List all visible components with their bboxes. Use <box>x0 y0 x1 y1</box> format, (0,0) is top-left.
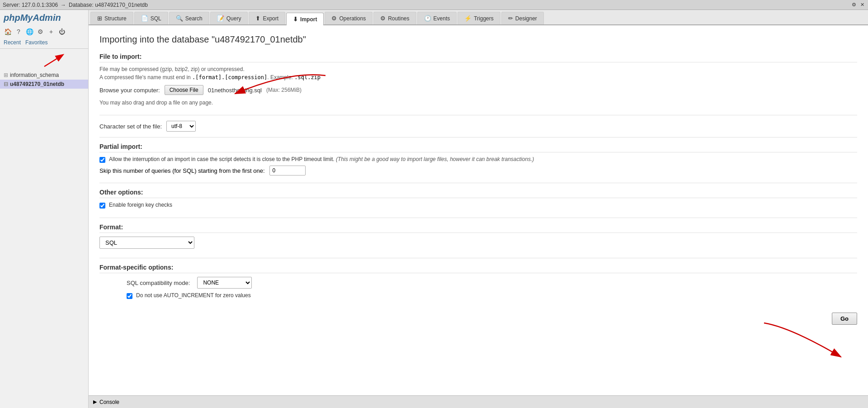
settings-icon[interactable]: ⚙ <box>851 2 857 8</box>
partial-import-section: Partial import: Allow the interruption o… <box>99 143 857 176</box>
skip-label: Skip this number of queries (for SQL) st… <box>99 167 265 174</box>
charset-select[interactable]: utf-8 latin1 utf-16 ascii <box>166 121 196 132</box>
events-icon: 🕐 <box>424 15 431 22</box>
foreign-key-checkbox[interactable] <box>99 203 105 209</box>
close-icon[interactable]: ✕ <box>859 2 865 8</box>
home-icon[interactable]: 🏠 <box>4 28 12 36</box>
plus-icon[interactable]: + <box>47 28 55 36</box>
charset-row: Character set of the file: utf-8 latin1 … <box>99 121 857 132</box>
sql-icon: 📄 <box>141 15 148 22</box>
max-file-size: (Max: 256MiB) <box>266 87 302 93</box>
main-layout: phpMyAdmin 🏠 ? 🌐 ⚙ + ⏻ Recent Favorites <box>0 10 868 408</box>
foreign-key-label: Enable foreign key checks <box>109 202 172 208</box>
console-bar: ▶ Console <box>89 395 868 408</box>
tab-search[interactable]: 🔍 Search <box>169 12 209 24</box>
console-label[interactable]: Console <box>99 399 119 405</box>
db-name: information_schema <box>10 72 59 78</box>
sql-compat-select[interactable]: NONE ANSI DB2 MAXDB MYSQL323 MYSQL40 MSS… <box>197 277 252 289</box>
sql-compat-row: SQL compatibility mode: NONE ANSI DB2 MA… <box>127 277 857 289</box>
other-options-heading: Other options: <box>99 189 857 198</box>
sidebar-arrow-indicator <box>0 49 88 69</box>
tab-sql[interactable]: 📄 SQL <box>134 12 168 24</box>
triggers-icon: ⚡ <box>464 15 472 22</box>
tab-designer[interactable]: ✏ Designer <box>501 12 544 24</box>
top-bar: Server: 127.0.0.1:3306 → Database: u4874… <box>0 0 868 10</box>
go-button-row: Go <box>99 308 857 329</box>
search-icon: 🔍 <box>176 15 183 22</box>
import-icon: ⬇ <box>293 16 298 23</box>
auto-increment-label: Do not use AUTO_INCREMENT for zero value… <box>136 292 251 299</box>
gear-icon[interactable]: ⚙ <box>36 28 44 36</box>
export-icon: ⬆ <box>255 15 260 22</box>
partial-import-italic: (This might be a good way to import larg… <box>336 156 534 162</box>
console-icon: ▶ <box>93 399 97 405</box>
query-icon: 📝 <box>217 15 224 22</box>
sidebar-actions: 🏠 ? 🌐 ⚙ + ⏻ <box>0 26 88 38</box>
format-section: Format: SQL CSV CSV using LOAD DATA Medi… <box>99 223 857 249</box>
app-logo: phpMyAdmin <box>0 10 88 26</box>
file-desc-suffix: . Example: <box>267 74 294 81</box>
tab-structure[interactable]: ⊞ Structure <box>90 12 133 24</box>
file-desc-code: .[format].[compression] <box>192 74 267 81</box>
file-desc-prefix: A compressed file's name must end in <box>99 74 192 81</box>
foreign-key-checkbox-row: Enable foreign key checks <box>99 202 857 209</box>
tab-operations[interactable]: ⚙ Operations <box>325 12 373 24</box>
db-expand-icon: ⊞ <box>4 72 8 78</box>
charset-label: Character set of the file: <box>99 123 162 130</box>
page-title: Importing into the database "u487492170_… <box>99 34 857 45</box>
file-desc-example: .sql.zip <box>294 74 321 81</box>
page-content: Importing into the database "u487492170_… <box>89 25 868 395</box>
content-area: ⊞ Structure 📄 SQL 🔍 Search 📝 Query ⬆ Exp… <box>89 10 868 408</box>
favorites-link[interactable]: Favorites <box>25 39 47 46</box>
server-info: Server: 127.0.0.1:3306 <box>3 2 58 8</box>
designer-icon: ✏ <box>508 15 513 22</box>
routines-icon: ⚙ <box>380 15 386 22</box>
db-item-information-schema[interactable]: ⊞ information_schema <box>0 71 88 80</box>
sql-compat-label: SQL compatibility mode: <box>127 280 190 286</box>
other-options-section: Other options: Enable foreign key checks <box>99 189 857 209</box>
file-import-heading: File to import: <box>99 53 857 62</box>
format-specific-heading: Format-specific options: <box>99 264 857 273</box>
browse-row: Browse your computer: Choose File 01neth… <box>99 85 857 95</box>
sidebar-links: Recent Favorites <box>0 38 88 49</box>
tab-import[interactable]: ⬇ Import <box>286 13 324 25</box>
format-select[interactable]: SQL CSV CSV using LOAD DATA Mediawiki Ta… <box>99 237 194 249</box>
choose-file-button[interactable]: Choose File <box>165 85 203 95</box>
skip-input[interactable] <box>269 166 306 176</box>
sidebar: phpMyAdmin 🏠 ? 🌐 ⚙ + ⏻ Recent Favorites <box>0 10 89 408</box>
db-name: u487492170_01netdb <box>10 81 64 87</box>
recent-link[interactable]: Recent <box>4 39 21 46</box>
help-icon[interactable]: ? <box>14 28 23 36</box>
arrow-sep: → <box>61 2 66 8</box>
file-to-import-section: File to import: File may be compressed (… <box>99 53 857 106</box>
partial-import-checkbox-row: Allow the interruption of an import in c… <box>99 156 857 163</box>
exit-icon[interactable]: ⏻ <box>58 28 66 36</box>
auto-increment-checkbox-row: Do not use AUTO_INCREMENT for zero value… <box>127 292 857 299</box>
partial-import-checkbox[interactable] <box>99 157 105 163</box>
file-desc-line1: File may be compressed (gzip, bzip2, zip… <box>99 66 857 72</box>
structure-icon: ⊞ <box>97 15 102 22</box>
file-desc-line2: A compressed file's name must end in .[f… <box>99 74 857 81</box>
globe-icon[interactable]: 🌐 <box>25 28 33 36</box>
tab-events[interactable]: 🕐 Events <box>417 12 457 24</box>
partial-import-label: Allow the interruption of an import in c… <box>109 156 534 162</box>
format-heading: Format: <box>99 223 857 233</box>
skip-queries-row: Skip this number of queries (for SQL) st… <box>99 166 857 176</box>
tab-triggers[interactable]: ⚡ Triggers <box>458 12 500 24</box>
go-button[interactable]: Go <box>832 313 857 325</box>
partial-import-heading: Partial import: <box>99 143 857 152</box>
tab-export[interactable]: ⬆ Export <box>249 12 285 24</box>
format-specific-section: Format-specific options: SQL compatibili… <box>99 264 857 299</box>
drag-drop-text: You may also drag and drop a file on any… <box>99 100 857 106</box>
tab-query[interactable]: 📝 Query <box>210 12 248 24</box>
selected-file-name: 01nethosthosting.sql <box>208 87 262 94</box>
db-expand-icon: ⊟ <box>4 81 8 87</box>
tab-bar: ⊞ Structure 📄 SQL 🔍 Search 📝 Query ⬆ Exp… <box>89 10 868 25</box>
operations-icon: ⚙ <box>331 15 337 22</box>
auto-increment-checkbox[interactable] <box>127 293 132 299</box>
db-item-u487492170[interactable]: ⊟ u487492170_01netdb <box>0 80 88 89</box>
database-info: Database: u487492170_01netdb <box>69 2 148 8</box>
browse-label: Browse your computer: <box>99 87 160 94</box>
database-tree: ⊞ information_schema ⊟ u487492170_01netd… <box>0 69 88 90</box>
tab-routines[interactable]: ⚙ Routines <box>373 12 416 24</box>
